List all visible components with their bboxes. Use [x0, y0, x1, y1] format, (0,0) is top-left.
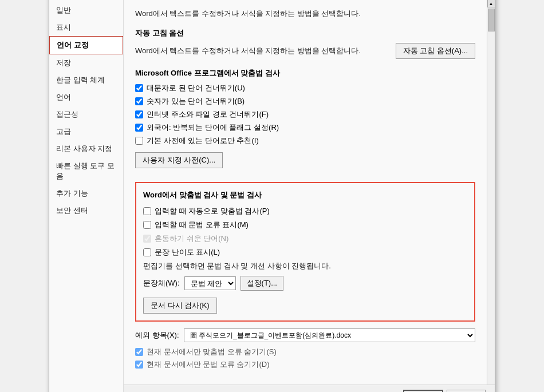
style-label: 문장체(W):	[143, 278, 180, 288]
checkbox-label-2: 숫자가 있는 단어 건너뛰기(B)	[147, 96, 245, 106]
scrollbar[interactable]: ▲	[487, 0, 495, 385]
exception-label: 예외 항목(X):	[135, 330, 179, 340]
checkbox-hide-spell[interactable]	[135, 348, 143, 356]
checkbox-confusing-words	[143, 235, 151, 243]
cancel-button[interactable]: 취소	[447, 390, 486, 392]
ms-office-section: Microsoft Office 프로그램에서 맞춤법 검사 대문자로 된 단어…	[135, 68, 475, 175]
footer-checkbox-label-1: 현재 문서에서만 맞춤법 오류 숨기기(S)	[147, 347, 277, 357]
checkbox-row-5: 기본 사전에 있는 단어로만 추천(I)	[135, 136, 475, 146]
checkbox-label-1: 대문자로 된 단어 건너뛰기(U)	[147, 83, 245, 93]
grammar-row-2: 입력할 때 문법 오류 표시(M)	[143, 220, 467, 230]
checkbox-row-4: 외국어: 반복되는 단어에 플래그 설정(R)	[135, 122, 475, 133]
sidebar-item-proofing[interactable]: 언어 교정	[49, 36, 123, 54]
sidebar: 일반표시언어 교정저장한글 입력 체계언어접근성고급리본 사용자 지정빠른 실행…	[49, 0, 124, 392]
grammar-section: Word에서 맞춤법 검사 및 문법 검사 입력할 때 자동으로 맞춤법 검사(…	[135, 182, 475, 322]
sidebar-item-general[interactable]: 일반	[49, 2, 123, 19]
content-inner: Word에서 텍스트를 수정하거나 서식을 지정하는 방법을 선택합니다. 자동…	[124, 0, 495, 385]
checkbox-foreign-repeat[interactable]	[135, 124, 143, 132]
style-select[interactable]: 문법 제안	[184, 276, 236, 290]
word-options-dialog: Word 옵션 ? ✕ 일반표시언어 교정저장한글 입력 체계언어접근성고급리본…	[49, 0, 495, 392]
checkbox-label-5: 기본 사전에 있는 단어로만 추천(I)	[147, 136, 259, 146]
user-dict-button[interactable]: 사용자 지정 사전(C)...	[135, 152, 223, 168]
sidebar-item-trustcenter[interactable]: 보안 센터	[49, 202, 123, 219]
checkbox-label-3: 인터넷 주소와 파일 경로 건너뛰기(F)	[147, 109, 269, 120]
scroll-thumb[interactable]	[488, 9, 495, 31]
dialog-footer: 확인 취소	[124, 385, 495, 392]
footer-checkbox-label-2: 현재 문서에서만 문법 오류 숨기기(D)	[147, 359, 270, 370]
checkbox-readability[interactable]	[143, 248, 151, 256]
sidebar-item-language[interactable]: 언어	[49, 89, 123, 106]
grammar-label-2: 입력할 때 문법 오류 표시(M)	[155, 220, 249, 230]
grammar-row-1: 입력할 때 자동으로 맞춤법 검사(P)	[143, 206, 467, 216]
grammar-row-3: 혼동하기 쉬운 단어(N)	[143, 233, 467, 244]
sidebar-item-quickaccess[interactable]: 빠른 실행 도구 모음	[49, 157, 123, 185]
checkbox-row-1: 대문자로 된 단어 건너뛰기(U)	[135, 83, 475, 93]
sidebar-item-advanced[interactable]: 고급	[49, 123, 123, 140]
auto-correct-btn[interactable]: 자동 고침 옵션(A)...	[396, 43, 475, 59]
exception-row: 예외 항목(X): 圖 주식모으기_블로그글_이벤트포함(심의완료).docx	[135, 328, 475, 342]
checkbox-number-skip[interactable]	[135, 97, 143, 105]
checkbox-suggest-only[interactable]	[135, 137, 143, 145]
auto-correct-title: 자동 고침 옵션	[135, 28, 475, 38]
ms-office-title: Microsoft Office 프로그램에서 맞춤법 검사	[135, 68, 475, 78]
grammar-editor-desc: 편집기를 선택하면 문법 검사 및 개선 사항이 진행됩니다.	[143, 261, 467, 271]
sidebar-item-korean[interactable]: 한글 입력 체계	[49, 72, 123, 89]
dialog-body: 일반표시언어 교정저장한글 입력 체계언어접근성고급리본 사용자 지정빠른 실행…	[49, 0, 495, 392]
content-wrapper: Word에서 텍스트를 수정하거나 서식을 지정하는 방법을 선택합니다. 자동…	[124, 0, 495, 392]
grammar-label-3: 혼동하기 쉬운 단어(N)	[155, 233, 228, 244]
checkbox-label-4: 외국어: 반복되는 단어에 플래그 설정(R)	[147, 122, 279, 133]
sentence-style-row: 문장체(W): 문법 제안 설정(T)...	[143, 276, 467, 291]
checkbox-uppercase-skip[interactable]	[135, 84, 143, 92]
confirm-button[interactable]: 확인	[403, 390, 443, 392]
checkbox-row-2: 숫자가 있는 단어 건너뛰기(B)	[135, 96, 475, 106]
footer-checkbox-row-1: 현재 문서에서만 맞춤법 오류 숨기기(S)	[135, 347, 475, 357]
scroll-up-arrow[interactable]: ▲	[487, 0, 495, 7]
checkbox-row-3: 인터넷 주소와 파일 경로 건너뛰기(F)	[135, 109, 475, 120]
exception-section: 예외 항목(X): 圖 주식모으기_블로그글_이벤트포함(심의완료).docx …	[135, 328, 475, 370]
grammar-label-1: 입력할 때 자동으로 맞춤법 검사(P)	[155, 206, 270, 216]
auto-correct-desc: Word에서 텍스트를 수정하거나 서식을 지정하는 방법을 선택합니다.	[135, 46, 361, 56]
sidebar-item-addins[interactable]: 추가 기능	[49, 185, 123, 202]
grammar-row-4: 문장 난이도 표시(L)	[143, 247, 467, 258]
checkbox-internet-skip[interactable]	[135, 110, 143, 118]
intro-text: Word에서 텍스트를 수정하거나 서식을 지정하는 방법을 선택합니다.	[135, 9, 475, 19]
grammar-label-4: 문장 난이도 표시(L)	[155, 247, 220, 258]
checkbox-auto-spellcheck[interactable]	[143, 207, 151, 215]
checkbox-grammar-error[interactable]	[143, 221, 151, 229]
grammar-section-title: Word에서 맞춤법 검사 및 문법 검사	[143, 190, 467, 200]
footer-checkbox-row-2: 현재 문서에서만 문법 오류 숨기기(D)	[135, 359, 475, 370]
auto-correct-row: Word에서 텍스트를 수정하거나 서식을 지정하는 방법을 선택합니다. 자동…	[135, 43, 475, 59]
sidebar-item-customize[interactable]: 리본 사용자 지정	[49, 140, 123, 157]
checkbox-hide-grammar[interactable]	[135, 361, 143, 369]
settings-button[interactable]: 설정(T)...	[241, 276, 283, 291]
footer-checkboxes: 현재 문서에서만 맞춤법 오류 숨기기(S) 현재 문서에서만 문법 오류 숨기…	[135, 347, 475, 370]
content-area: Word에서 텍스트를 수정하거나 서식을 지정하는 방법을 선택합니다. 자동…	[124, 0, 487, 385]
sidebar-item-accessibility[interactable]: 접근성	[49, 106, 123, 123]
sidebar-item-save[interactable]: 저장	[49, 54, 123, 72]
exception-select[interactable]: 圖 주식모으기_블로그글_이벤트포함(심의완료).docx	[184, 328, 475, 342]
recheck-button[interactable]: 문서 다시 검사(K)	[143, 298, 217, 314]
sidebar-item-display[interactable]: 표시	[49, 19, 123, 36]
auto-correct-section: 자동 고침 옵션 Word에서 텍스트를 수정하거나 서식을 지정하는 방법을 …	[135, 28, 475, 59]
